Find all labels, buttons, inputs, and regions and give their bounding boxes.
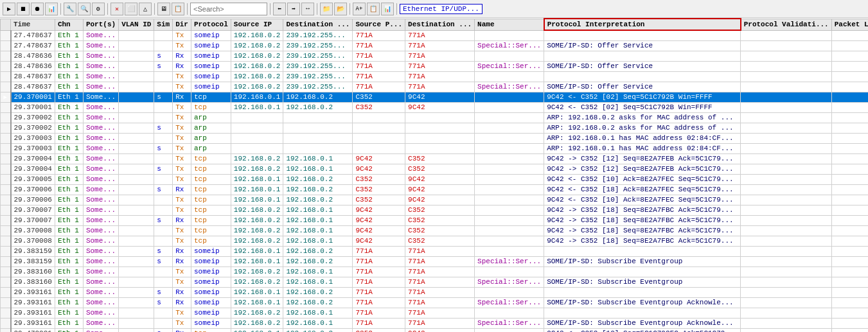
toolbar-btn-nav-both[interactable]: ↔ <box>301 3 314 15</box>
table-row[interactable]: 29.393161Eth 1Some...Txsomeip192.168.0.2… <box>1 318 869 328</box>
toolbar-btn-rec[interactable]: ⏺ <box>31 3 44 15</box>
toolbar-btn-copy[interactable]: 📋 <box>172 3 184 15</box>
table-row[interactable]: 29.370006Eth 1Some...sRxtcp192.168.0.119… <box>1 184 869 195</box>
col-header-srcip[interactable]: Source IP <box>231 19 283 30</box>
toolbar-btn-chart[interactable]: 📊 <box>45 3 58 15</box>
cell-dst-ip: 192.168.0.2 <box>283 92 353 102</box>
cell-pktlen: 86 <box>831 308 868 318</box>
col-header-time[interactable]: Time <box>11 19 55 30</box>
toolbar-btn-settings[interactable]: ⚙ <box>92 3 105 15</box>
table-row[interactable]: 29.370001Eth 1Some...Txtcp192.168.0.1192… <box>1 102 869 112</box>
col-header-srcp[interactable]: Source P... <box>353 19 405 30</box>
toolbar-btn-nav-left[interactable]: ⬅ <box>273 3 286 15</box>
table-row[interactable]: 29.383159Eth 1Some...sRxsomeip192.168.0.… <box>1 246 869 256</box>
col-header-name[interactable]: Name <box>475 19 544 30</box>
toolbar-btn-pause[interactable]: ⬜ <box>125 3 137 15</box>
toolbar-btn-open[interactable]: 📁 <box>320 3 333 15</box>
table-row[interactable]: 29.393161Eth 1Some...sRxsomeip192.168.0.… <box>1 287 869 297</box>
cell-dir: Tx <box>173 71 191 82</box>
cell-port: Some... <box>83 205 118 215</box>
table-row[interactable]: 29.370002Eth 1Some...sTxarpARP: 192.168.… <box>1 123 869 133</box>
table-row[interactable]: 29.370005Eth 1Some...Txtcp192.168.0.1192… <box>1 174 869 184</box>
table-row[interactable]: 28.478637Eth 1Some...Txsomeip192.168.0.2… <box>1 71 869 82</box>
cell-dst-ip: 192.168.0.2 <box>283 102 353 112</box>
cell-time: 29.383159 <box>11 256 55 266</box>
cell-src-port: 771A <box>353 256 405 266</box>
table-row[interactable]: 29.470001Eth 1Some...sRxtcp192.168.0.119… <box>1 328 869 332</box>
cell-dir: Rx <box>173 61 191 71</box>
cell-interp: 9C42 -> C352 [12] Seq=8E2A7FEB Ack=5C1C7… <box>544 164 741 174</box>
cell-chn: Eth 1 <box>55 287 83 297</box>
toolbar-btn-nav-right[interactable]: ➡ <box>287 3 300 15</box>
toolbar-btn-data[interactable]: 📊 <box>381 3 394 15</box>
cell-chn: Eth 1 <box>55 102 83 112</box>
row-gutter <box>1 318 11 328</box>
table-row[interactable]: 28.478637Eth 1Some...Txsomeip192.168.0.2… <box>1 82 869 92</box>
table-row[interactable]: 29.370002Eth 1Some...TxarpARP: 192.168.0… <box>1 112 869 123</box>
table-row[interactable]: ▶29.370001Eth 1Some...sRxtcp192.168.0.11… <box>1 92 869 102</box>
row-gutter <box>1 51 11 61</box>
table-row[interactable]: 29.383160Eth 1Some...Txsomeip192.168.0.2… <box>1 266 869 277</box>
table-row[interactable]: 29.370007Eth 1Some...Txtcp192.168.0.2192… <box>1 205 869 215</box>
toolbar-btn-filter[interactable]: 🔧 <box>64 3 76 15</box>
cell-src-port: 771A <box>353 318 405 328</box>
search-input[interactable] <box>190 3 267 15</box>
col-header-dstip[interactable]: Destination ... <box>283 19 353 30</box>
col-header-pktlen[interactable]: Packet Len... <box>831 19 868 30</box>
cell-name <box>475 287 544 297</box>
col-header-port[interactable]: Port(s) <box>83 19 118 30</box>
toolbar-btn-stop[interactable]: ⏹ <box>17 3 30 15</box>
cell-vlan <box>119 102 154 112</box>
table-row[interactable]: 29.370007Eth 1Some...sRxtcp192.168.0.219… <box>1 215 869 225</box>
row-gutter <box>1 277 11 287</box>
col-header-sim[interactable]: Sim <box>154 19 173 30</box>
table-row[interactable]: 29.370008Eth 1Some...Txtcp192.168.0.2192… <box>1 225 869 236</box>
col-header-dstp[interactable]: Destination ... <box>405 19 475 30</box>
table-row[interactable]: 27.478637Eth 1Some...Txsomeip192.168.0.2… <box>1 40 869 51</box>
table-row[interactable]: 29.370004Eth 1Some...sTxtcp192.168.0.219… <box>1 164 869 174</box>
cell-interp <box>544 51 741 61</box>
cell-proto: someip <box>191 82 231 92</box>
toolbar-btn-delta[interactable]: △ <box>139 3 152 15</box>
table-row[interactable]: 29.370003Eth 1Some...sTxarpARP: 192.168.… <box>1 143 869 153</box>
cell-dst-ip: 192.168.0.2 <box>283 174 353 184</box>
toolbar-sep5 <box>270 3 270 15</box>
table-row[interactable]: 29.393161Eth 1Some...sRxsomeip192.168.0.… <box>1 297 869 308</box>
table-row[interactable]: 29.370006Eth 1Some...Txtcp192.168.0.1192… <box>1 195 869 205</box>
table-row[interactable]: 27.478637Eth 1Some...Txsomeip192.168.0.2… <box>1 30 869 40</box>
toolbar-btn-save[interactable]: 📂 <box>334 3 347 15</box>
table-row[interactable]: 29.393161Eth 1Some...Txsomeip192.168.0.2… <box>1 308 869 318</box>
cell-interp: SOME/IP-SD: Offer Service <box>544 61 741 71</box>
cell-proto: tcp <box>191 102 231 112</box>
table-row[interactable]: 29.370008Eth 1Some...Txtcp192.168.0.2192… <box>1 236 869 246</box>
cell-chn: Eth 1 <box>55 184 83 195</box>
toolbar-btn-font[interactable]: A+ <box>353 3 366 15</box>
cell-proto: tcp <box>191 205 231 215</box>
table-row[interactable]: 29.383159Eth 1Some...sRxsomeip192.168.0.… <box>1 256 869 266</box>
cell-interp: ARP: 192.168.0.1 has MAC address 02:84:C… <box>544 133 741 143</box>
table-row[interactable]: 29.370004Eth 1Some...Txtcp192.168.0.2192… <box>1 153 869 164</box>
cell-pktlen: 60 <box>831 143 868 153</box>
toolbar-btn-play[interactable]: ▶ <box>3 3 15 15</box>
toolbar-btn-layout[interactable]: 📋 <box>367 3 380 15</box>
cell-src-port: 771A <box>353 246 405 256</box>
col-header-proto[interactable]: Protocol <box>191 19 231 30</box>
table-row[interactable]: 28.478636Eth 1Some...sRxsomeip192.168.0.… <box>1 51 869 61</box>
cell-src-ip: 192.168.0.2 <box>231 71 283 82</box>
toolbar-btn-search2[interactable]: 🔍 <box>78 3 91 15</box>
toolbar-btn-clear[interactable]: ✕ <box>111 3 123 15</box>
row-gutter <box>1 71 11 82</box>
col-header-chn[interactable]: Chn <box>55 19 83 30</box>
col-header-valid[interactable]: Protocol Validati... <box>741 19 832 30</box>
col-header-dir[interactable]: Dir <box>173 19 191 30</box>
cell-chn: Eth 1 <box>55 195 83 205</box>
col-header-interp[interactable]: Protocol Interpretation <box>544 19 741 30</box>
cell-dir: Rx <box>173 246 191 256</box>
table-row[interactable]: 28.478636Eth 1Some...sRxsomeip192.168.0.… <box>1 61 869 71</box>
table-row[interactable]: 29.370003Eth 1Some...TxarpARP: 192.168.0… <box>1 133 869 143</box>
table-row[interactable]: 29.383160Eth 1Some...Txsomeip192.168.0.2… <box>1 277 869 287</box>
row-gutter <box>1 328 11 332</box>
toolbar-btn-view[interactable]: 🖥 <box>157 3 170 15</box>
cell-src-port: 771A <box>353 287 405 297</box>
col-header-vlan[interactable]: VLAN ID <box>119 19 154 30</box>
